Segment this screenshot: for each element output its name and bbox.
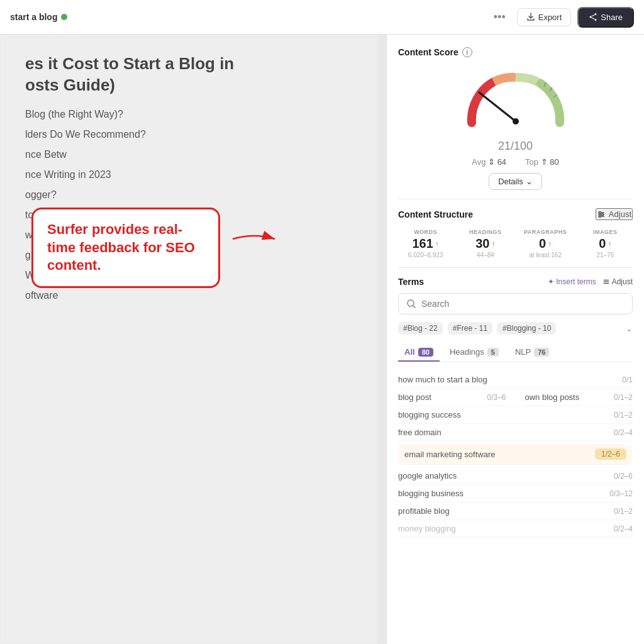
structure-title-text: Content Structure <box>398 209 473 219</box>
metric-paragraphs-range: at least 162 <box>529 252 562 258</box>
svg-point-15 <box>601 213 603 215</box>
tab-all-badge: 80 <box>418 348 433 357</box>
top-icon: ⇑ <box>541 157 550 167</box>
metric-paragraphs: PARAGRAPHS 0 ↑ at least 162 <box>518 229 573 258</box>
term-row: google analytics 0/2–6 <box>398 467 633 485</box>
metric-words-label: WORDS <box>414 229 437 235</box>
term-name: blogging business <box>398 489 604 498</box>
search-icon <box>406 299 416 309</box>
avg-value: 64 <box>497 157 506 167</box>
gauge-container: 21/100 Avg ⇕ 64 Top ⇑ 80 Details ⌄ <box>398 66 633 190</box>
search-input[interactable] <box>421 299 625 309</box>
terms-adjust-icon <box>602 278 610 286</box>
share-button[interactable]: Share <box>577 7 634 28</box>
details-label: Details <box>498 177 523 186</box>
page-title: start a blog <box>10 12 57 22</box>
structure-adjust-button[interactable]: Adjust <box>596 208 633 220</box>
insert-terms-label: Insert terms <box>556 277 596 286</box>
term-name: email marketing software <box>404 450 589 459</box>
gauge-svg <box>459 66 572 129</box>
metric-images-range: 21–76 <box>596 252 614 258</box>
term-count: 0/1 <box>622 375 633 384</box>
top-header: start a blog ••• Export Share <box>0 0 644 35</box>
metric-headings: HEADINGS 30 ↑ 44–84 <box>458 229 513 258</box>
svg-line-3 <box>592 15 595 17</box>
term-name: own blog posts <box>525 392 609 402</box>
metric-headings-value: 30 ↑ <box>475 236 495 251</box>
top-display: Top ⇑ 80 <box>525 157 559 167</box>
content-score-section: Content Score i <box>398 47 633 57</box>
toc-item: Blog (the Right Way)? <box>25 109 340 120</box>
terms-title: Terms <box>398 277 424 287</box>
metric-words-value: 161 ↑ <box>412 236 438 251</box>
terms-adjust-button[interactable]: Adjust <box>602 277 633 286</box>
status-dot <box>61 14 67 20</box>
term-count: 0/2–6 <box>614 472 633 480</box>
score-display: 21/100 <box>498 131 533 155</box>
details-button[interactable]: Details ⌄ <box>489 173 542 190</box>
header-actions: ••• Export Share <box>489 7 634 28</box>
headings-arrow-icon: ↑ <box>492 240 496 248</box>
info-icon[interactable]: i <box>462 47 472 57</box>
term-name: blog post <box>398 392 482 402</box>
term-row: profitable blog 0/1–2 <box>398 502 633 520</box>
top-label: Top <box>525 157 538 167</box>
term-count: 0/3–12 <box>609 489 633 498</box>
arrow-svg <box>230 230 280 248</box>
toc-item: lders Do We Recommend? <box>25 129 340 140</box>
content-score-title: Content Score <box>398 47 458 57</box>
term-row: how much to start a blog 0/1 <box>398 371 633 389</box>
insert-terms-button[interactable]: ✦ Insert terms <box>548 277 596 286</box>
more-options-button[interactable]: ••• <box>489 11 511 24</box>
term-name: profitable blog <box>398 506 609 516</box>
words-arrow-icon: ↑ <box>435 240 439 248</box>
gauge-graphic <box>459 66 572 132</box>
annotation-text: Surfer provides real-time feedback for S… <box>47 221 204 275</box>
metric-images: IMAGES 0 ↑ 21–76 <box>578 229 633 258</box>
hashtag-row: #Blog - 22 #Free - 11 #Blogging - 10 ⌄ <box>398 322 633 335</box>
metric-words: WORDS 161 ↑ 6,020–6,923 <box>398 229 453 258</box>
chevron-down-icon: ⌄ <box>526 177 533 186</box>
metric-images-value: 0 ↑ <box>599 236 611 251</box>
annotation-bubble: Surfer provides real-time feedback for S… <box>31 208 220 288</box>
metric-headings-range: 44–84 <box>477 252 494 258</box>
right-panel: Content Score i <box>386 35 644 644</box>
terms-list: how much to start a blog 0/1 blog post 0… <box>398 371 633 538</box>
avg-display: Avg ⇕ 64 <box>472 157 506 167</box>
term-count: 0/1–2 <box>614 393 633 402</box>
search-box <box>398 293 633 314</box>
tab-headings-badge: 5 <box>487 348 499 357</box>
hashtag-blog[interactable]: #Blog - 22 <box>398 322 443 335</box>
svg-point-14 <box>599 211 601 213</box>
export-button[interactable]: Export <box>517 8 572 26</box>
terms-title-text: Terms <box>398 277 424 287</box>
terms-adjust-label: Adjust <box>612 277 633 286</box>
term-name: google analytics <box>398 471 609 480</box>
share-icon <box>589 13 597 21</box>
terms-tabs: All 80 Headings 5 NLP 76 <box>398 343 633 362</box>
annotation-arrow <box>230 230 280 248</box>
content-structure-header: Content Structure Adjust <box>398 208 633 220</box>
svg-point-16 <box>599 215 601 217</box>
metric-images-label: IMAGES <box>593 229 618 235</box>
svg-point-7 <box>513 118 519 125</box>
tab-nlp[interactable]: NLP 76 <box>509 343 556 362</box>
toc-item: ogger? <box>25 189 340 201</box>
tab-nlp-label: NLP <box>515 347 531 357</box>
toc-item: nce Betw <box>25 149 340 160</box>
svg-line-6 <box>479 92 516 121</box>
term-row: blogging success 0/1–2 <box>398 406 633 424</box>
images-arrow-icon: ↑ <box>608 240 611 248</box>
term-row-faded: money blogging 0/2–4 <box>398 520 633 538</box>
hashtag-blogging[interactable]: #Blogging - 10 <box>497 322 556 335</box>
term-count: 0/1–2 <box>614 411 633 419</box>
tab-all[interactable]: All 80 <box>398 343 440 362</box>
term-count: 0/3–6 <box>487 393 506 402</box>
score-max: /100 <box>511 140 533 152</box>
term-name: money blogging <box>398 524 609 533</box>
hashtag-free[interactable]: #Free - 11 <box>448 322 492 335</box>
score-value: 21 <box>498 140 511 152</box>
term-row-highlighted: email marketing software 1/2–6 <box>398 444 633 465</box>
hashtag-chevron-icon[interactable]: ⌄ <box>626 324 633 333</box>
tab-headings[interactable]: Headings 5 <box>443 343 505 362</box>
